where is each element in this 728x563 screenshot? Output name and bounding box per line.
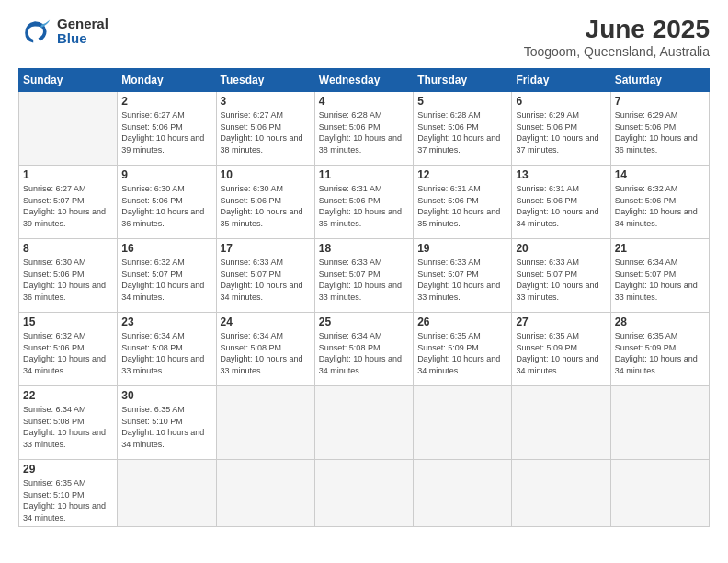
header-tuesday: Tuesday — [216, 69, 314, 92]
table-row — [314, 460, 413, 527]
day-info: Sunrise: 6:34 AM Sunset: 5:08 PM Dayligh… — [23, 404, 113, 450]
day-info: Sunrise: 6:34 AM Sunset: 5:08 PM Dayligh… — [319, 330, 409, 376]
day-number: 7 — [615, 95, 705, 108]
day-number: 12 — [417, 168, 507, 181]
day-number: 5 — [417, 95, 507, 108]
logo-text: General Blue — [57, 17, 108, 47]
day-info: Sunrise: 6:34 AM Sunset: 5:07 PM Dayligh… — [615, 257, 705, 303]
day-info: Sunrise: 6:35 AM Sunset: 5:09 PM Dayligh… — [417, 330, 507, 376]
day-info: Sunrise: 6:27 AM Sunset: 5:06 PM Dayligh… — [121, 109, 211, 155]
logo: General Blue — [18, 15, 108, 48]
day-number: 10 — [221, 168, 311, 181]
table-row: 19 Sunrise: 6:33 AM Sunset: 5:07 PM Dayl… — [414, 239, 512, 313]
day-info: Sunrise: 6:33 AM Sunset: 5:07 PM Dayligh… — [319, 257, 409, 303]
day-number: 17 — [221, 242, 311, 255]
table-row: 11 Sunrise: 6:31 AM Sunset: 5:06 PM Dayl… — [314, 166, 413, 239]
table-row: 6 Sunrise: 6:29 AM Sunset: 5:06 PM Dayli… — [512, 92, 610, 166]
table-row: 23 Sunrise: 6:34 AM Sunset: 5:08 PM Dayl… — [118, 313, 216, 386]
header-wednesday: Wednesday — [314, 69, 413, 92]
day-info: Sunrise: 6:32 AM Sunset: 5:06 PM Dayligh… — [23, 330, 113, 376]
day-number: 20 — [516, 242, 606, 255]
day-info: Sunrise: 6:31 AM Sunset: 5:06 PM Dayligh… — [516, 183, 606, 229]
table-row: 17 Sunrise: 6:33 AM Sunset: 5:07 PM Dayl… — [216, 239, 314, 313]
calendar-row: 2 Sunrise: 6:27 AM Sunset: 5:06 PM Dayli… — [19, 92, 710, 166]
day-info: Sunrise: 6:32 AM Sunset: 5:07 PM Dayligh… — [121, 257, 211, 303]
day-number: 16 — [121, 242, 211, 255]
day-number: 3 — [221, 95, 311, 108]
table-row: 4 Sunrise: 6:28 AM Sunset: 5:06 PM Dayli… — [314, 92, 413, 166]
table-row: 9 Sunrise: 6:30 AM Sunset: 5:06 PM Dayli… — [118, 166, 216, 239]
day-number: 18 — [319, 242, 409, 255]
day-number: 27 — [516, 316, 606, 328]
title-section: June 2025 Toogoom, Queensland, Australia — [524, 15, 710, 59]
table-row: 24 Sunrise: 6:34 AM Sunset: 5:08 PM Dayl… — [216, 313, 314, 386]
day-info: Sunrise: 6:28 AM Sunset: 5:06 PM Dayligh… — [417, 109, 507, 155]
location: Toogoom, Queensland, Australia — [524, 44, 710, 59]
table-row: 27 Sunrise: 6:35 AM Sunset: 5:09 PM Dayl… — [512, 313, 610, 386]
table-row: 18 Sunrise: 6:33 AM Sunset: 5:07 PM Dayl… — [314, 239, 413, 313]
calendar-table: Sunday Monday Tuesday Wednesday Thursday… — [18, 68, 710, 527]
table-row — [216, 460, 314, 527]
logo-icon — [18, 15, 51, 48]
day-info: Sunrise: 6:30 AM Sunset: 5:06 PM Dayligh… — [221, 183, 311, 229]
table-row — [414, 386, 512, 460]
day-info: Sunrise: 6:33 AM Sunset: 5:07 PM Dayligh… — [221, 257, 311, 303]
table-row: 26 Sunrise: 6:35 AM Sunset: 5:09 PM Dayl… — [414, 313, 512, 386]
day-number: 13 — [516, 168, 606, 181]
day-number: 6 — [516, 95, 606, 108]
day-info: Sunrise: 6:29 AM Sunset: 5:06 PM Dayligh… — [516, 109, 606, 155]
table-row — [314, 386, 413, 460]
day-info: Sunrise: 6:30 AM Sunset: 5:06 PM Dayligh… — [121, 183, 211, 229]
table-row: 10 Sunrise: 6:30 AM Sunset: 5:06 PM Dayl… — [216, 166, 314, 239]
day-number: 19 — [417, 242, 507, 255]
day-info: Sunrise: 6:29 AM Sunset: 5:06 PM Dayligh… — [615, 109, 705, 155]
header-monday: Monday — [118, 69, 216, 92]
day-number: 1 — [23, 168, 113, 181]
day-info: Sunrise: 6:28 AM Sunset: 5:06 PM Dayligh… — [319, 109, 409, 155]
table-row — [512, 386, 610, 460]
month-title: June 2025 — [524, 15, 710, 44]
calendar-row: 8 Sunrise: 6:30 AM Sunset: 5:06 PM Dayli… — [19, 239, 710, 313]
day-number: 24 — [221, 316, 311, 328]
day-info: Sunrise: 6:33 AM Sunset: 5:07 PM Dayligh… — [516, 257, 606, 303]
day-info: Sunrise: 6:35 AM Sunset: 5:09 PM Dayligh… — [516, 330, 606, 376]
day-number: 2 — [121, 95, 211, 108]
day-info: Sunrise: 6:35 AM Sunset: 5:10 PM Dayligh… — [121, 404, 211, 450]
table-row: 22 Sunrise: 6:34 AM Sunset: 5:08 PM Dayl… — [19, 386, 118, 460]
day-number: 15 — [23, 316, 113, 328]
day-number: 14 — [615, 168, 705, 181]
day-info: Sunrise: 6:34 AM Sunset: 5:08 PM Dayligh… — [121, 330, 211, 376]
day-number: 8 — [23, 242, 113, 255]
day-number: 23 — [121, 316, 211, 328]
table-row: 20 Sunrise: 6:33 AM Sunset: 5:07 PM Dayl… — [512, 239, 610, 313]
table-row: 13 Sunrise: 6:31 AM Sunset: 5:06 PM Dayl… — [512, 166, 610, 239]
day-number: 30 — [121, 389, 211, 402]
page-header: General Blue June 2025 Toogoom, Queensla… — [18, 15, 710, 59]
calendar-row: 15 Sunrise: 6:32 AM Sunset: 5:06 PM Dayl… — [19, 313, 710, 386]
table-row — [414, 460, 512, 527]
calendar-row: 29 Sunrise: 6:35 AM Sunset: 5:10 PM Dayl… — [19, 460, 710, 527]
table-row: 29 Sunrise: 6:35 AM Sunset: 5:10 PM Dayl… — [19, 460, 118, 527]
day-info: Sunrise: 6:27 AM Sunset: 5:07 PM Dayligh… — [23, 183, 113, 229]
day-info: Sunrise: 6:35 AM Sunset: 5:10 PM Dayligh… — [23, 477, 113, 523]
table-row: 7 Sunrise: 6:29 AM Sunset: 5:06 PM Dayli… — [610, 92, 709, 166]
table-row: 21 Sunrise: 6:34 AM Sunset: 5:07 PM Dayl… — [610, 239, 709, 313]
day-number: 21 — [615, 242, 705, 255]
day-number: 28 — [615, 316, 705, 328]
table-row: 28 Sunrise: 6:35 AM Sunset: 5:09 PM Dayl… — [610, 313, 709, 386]
day-number: 22 — [23, 389, 113, 402]
day-info: Sunrise: 6:34 AM Sunset: 5:08 PM Dayligh… — [221, 330, 311, 376]
calendar-row: 1 Sunrise: 6:27 AM Sunset: 5:07 PM Dayli… — [19, 166, 710, 239]
table-row — [216, 386, 314, 460]
day-number: 11 — [319, 168, 409, 181]
table-row — [118, 460, 216, 527]
logo-general: General — [57, 17, 108, 32]
day-info: Sunrise: 6:32 AM Sunset: 5:06 PM Dayligh… — [615, 183, 705, 229]
day-info: Sunrise: 6:35 AM Sunset: 5:09 PM Dayligh… — [615, 330, 705, 376]
day-info: Sunrise: 6:33 AM Sunset: 5:07 PM Dayligh… — [417, 257, 507, 303]
table-row: 8 Sunrise: 6:30 AM Sunset: 5:06 PM Dayli… — [19, 239, 118, 313]
logo-blue: Blue — [57, 31, 108, 47]
table-row — [610, 386, 709, 460]
table-row: 15 Sunrise: 6:32 AM Sunset: 5:06 PM Dayl… — [19, 313, 118, 386]
table-row: 14 Sunrise: 6:32 AM Sunset: 5:06 PM Dayl… — [610, 166, 709, 239]
